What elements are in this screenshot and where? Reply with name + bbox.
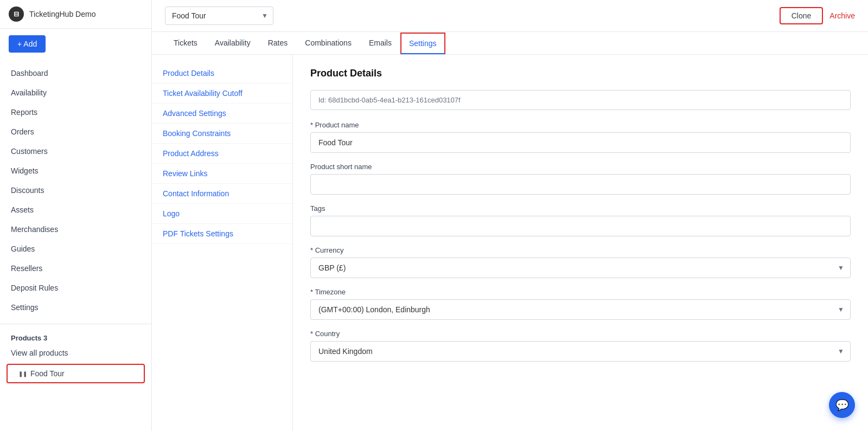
settings-nav-booking-constraints[interactable]: Booking Constraints (152, 124, 292, 144)
sidebar-item-reports[interactable]: Reports (0, 102, 151, 122)
settings-nav-review-links[interactable]: Review Links (152, 164, 292, 184)
timezone-select-wrapper: (GMT+00:00) London, Edinburgh (GMT-05:00… (310, 299, 851, 320)
settings-nav-pdf-tickets-settings[interactable]: PDF Tickets Settings (152, 224, 292, 244)
country-select-wrapper: United Kingdom United States France ▼ (310, 341, 851, 362)
product-select[interactable]: Food Tour (165, 7, 273, 25)
product-id-field: Id: 68d1bcbd-0ab5-4ea1-b213-161ced03107f (310, 90, 851, 110)
tab-bar: Tickets Availability Rates Combinations … (152, 32, 868, 55)
tags-group: Tags (310, 204, 851, 236)
product-pause-icon: ❚❚ (18, 371, 27, 377)
currency-group: * Currency GBP (£) USD ($) EUR (€) ▼ (310, 246, 851, 278)
country-group: * Country United Kingdom United States F… (310, 330, 851, 362)
tab-tickets[interactable]: Tickets (165, 32, 206, 55)
settings-nav-advanced-settings[interactable]: Advanced Settings (152, 104, 292, 124)
active-product-item[interactable]: ❚❚ Food Tour (7, 364, 145, 383)
settings-navigation: Product Details Ticket Availability Cuto… (152, 55, 293, 431)
archive-button[interactable]: Archive (829, 11, 855, 20)
product-name-input[interactable] (310, 132, 851, 153)
product-short-name-label: Product short name (310, 163, 851, 171)
sidebar-item-assets[interactable]: Assets (0, 200, 151, 220)
sidebar-navigation: Dashboard Availability Reports Orders Cu… (0, 59, 151, 431)
tab-availability[interactable]: Availability (206, 32, 259, 55)
sidebar-item-deposit-rules[interactable]: Deposit Rules (0, 278, 151, 298)
add-button[interactable]: + Add (9, 35, 46, 53)
settings-nav-product-details[interactable]: Product Details (152, 63, 292, 83)
sidebar-item-dashboard[interactable]: Dashboard (0, 63, 151, 83)
sidebar-item-availability[interactable]: Availability (0, 83, 151, 102)
clone-button[interactable]: Clone (780, 7, 824, 24)
sidebar-item-discounts[interactable]: Discounts (0, 181, 151, 200)
topbar: Food Tour ▼ Clone Archive (152, 0, 868, 32)
topbar-left: Food Tour ▼ (165, 7, 273, 25)
settings-nav-product-address[interactable]: Product Address (152, 144, 292, 164)
country-select[interactable]: United Kingdom United States France (310, 341, 851, 362)
tags-label: Tags (310, 204, 851, 213)
product-short-name-group: Product short name (310, 163, 851, 195)
settings-nav-logo[interactable]: Logo (152, 204, 292, 224)
timezone-group: * Timezone (GMT+00:00) London, Edinburgh… (310, 288, 851, 320)
content-area: Product Details Ticket Availability Cuto… (152, 55, 868, 431)
settings-nav-ticket-availability-cutoff[interactable]: Ticket Availability Cutoff (152, 83, 292, 104)
product-name-label: * Product name (310, 121, 851, 129)
chat-icon: 💬 (835, 398, 849, 411)
tab-settings[interactable]: Settings (400, 33, 445, 54)
sidebar-item-settings[interactable]: Settings (0, 298, 151, 317)
sidebar-item-guides[interactable]: Guides (0, 239, 151, 259)
chat-button[interactable]: 💬 (829, 392, 855, 418)
sidebar-header: ⊟ TicketingHub Demo (0, 0, 151, 29)
main-content: Food Tour ▼ Clone Archive Tickets Availa… (152, 0, 868, 431)
tags-input[interactable] (310, 216, 851, 236)
products-section-label: Products 3 (0, 329, 151, 344)
currency-label: * Currency (310, 246, 851, 254)
tab-combinations[interactable]: Combinations (296, 32, 360, 55)
tab-emails[interactable]: Emails (360, 32, 400, 55)
sidebar-item-customers[interactable]: Customers (0, 141, 151, 161)
view-all-products-link[interactable]: View all products (0, 344, 151, 362)
timezone-select[interactable]: (GMT+00:00) London, Edinburgh (GMT-05:00… (310, 299, 851, 320)
product-selector-wrapper: Food Tour ▼ (165, 7, 273, 25)
currency-select[interactable]: GBP (£) USD ($) EUR (€) (310, 258, 851, 278)
product-details-form: Product Details Id: 68d1bcbd-0ab5-4ea1-b… (293, 55, 868, 431)
settings-nav-contact-information[interactable]: Contact Information (152, 184, 292, 204)
currency-select-wrapper: GBP (£) USD ($) EUR (€) ▼ (310, 258, 851, 278)
topbar-right: Clone Archive (780, 7, 855, 24)
active-product-label: Food Tour (30, 369, 65, 378)
timezone-label: * Timezone (310, 288, 851, 296)
sidebar-item-merchandises[interactable]: Merchandises (0, 220, 151, 239)
tab-rates[interactable]: Rates (259, 32, 297, 55)
country-label: * Country (310, 330, 851, 338)
sidebar-item-widgets[interactable]: Widgets (0, 161, 151, 181)
form-title: Product Details (310, 68, 851, 79)
sidebar: ⊟ TicketingHub Demo + Add Dashboard Avai… (0, 0, 152, 431)
sidebar-item-resellers[interactable]: Resellers (0, 259, 151, 278)
app-title: TicketingHub Demo (29, 10, 95, 18)
product-name-group: * Product name (310, 121, 851, 153)
app-logo: ⊟ (9, 7, 24, 22)
sidebar-item-orders[interactable]: Orders (0, 122, 151, 141)
product-short-name-input[interactable] (310, 174, 851, 195)
